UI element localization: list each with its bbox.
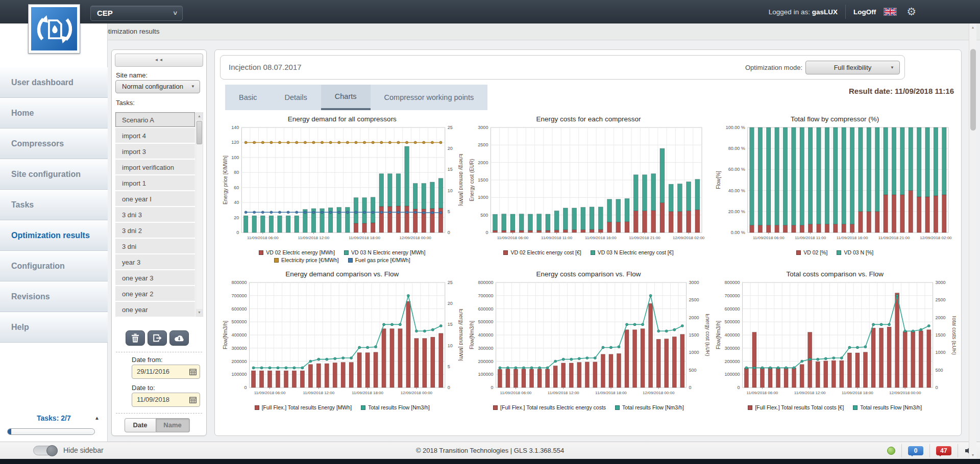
app-select[interactable]: CEP ˅ (90, 6, 183, 21)
sort-by-date-button[interactable]: Date (125, 418, 156, 432)
svg-text:600000: 600000 (232, 306, 247, 312)
sidebar-item-compressors[interactable]: Compressors (0, 128, 108, 159)
chart-plot: 0.00 %20.00 %40.00 %60.00 %80.00 %100.00… (714, 123, 956, 248)
sidebar-item-user-dashboard[interactable]: User dashboard (0, 67, 108, 98)
task-item[interactable]: 3 dni 3 (115, 207, 195, 222)
task-item[interactable]: year 3 (115, 254, 195, 269)
topbar-right: Logged in as: gasLUX LogOff ⚙ (769, 0, 916, 23)
site-name-select[interactable]: Normal configuration ▼ (115, 80, 200, 93)
tab-compressor-working-points[interactable]: Compressor working points (371, 85, 488, 110)
svg-text:20: 20 (448, 146, 453, 151)
svg-text:Energy demand [MWh]: Energy demand [MWh] (458, 154, 463, 206)
tab-details[interactable]: Details (271, 85, 321, 110)
svg-text:200000: 200000 (724, 359, 740, 364)
cloud-save-button[interactable] (169, 330, 189, 346)
svg-text:2500: 2500 (689, 297, 699, 302)
task-item[interactable]: import 1 (115, 175, 195, 190)
sidebar-tasks-progress: Tasks: 2/7 ▲ (0, 413, 108, 425)
svg-text:11/09/2018 06:00: 11/09/2018 06:00 (247, 236, 279, 240)
task-item[interactable]: Scenario A (115, 112, 195, 127)
trash-icon (131, 333, 139, 343)
chevron-down-icon: ▼ (890, 61, 894, 74)
svg-text:1500: 1500 (478, 177, 488, 183)
svg-text:12/09/2018 02:00: 12/09/2018 02:00 (920, 236, 952, 240)
gear-icon[interactable]: ⚙ (906, 0, 916, 23)
svg-text:5: 5 (448, 364, 450, 369)
chart-card-6: Total costs comparison vs. Flow010000020… (714, 270, 956, 410)
scrollbar-thumb[interactable] (970, 49, 976, 131)
sidebar-item-home[interactable]: Home (0, 98, 108, 128)
sidebar-item-site-configuration[interactable]: Site configuration (0, 159, 108, 190)
scrollbar-thumb[interactable] (197, 121, 202, 144)
svg-text:600000: 600000 (724, 306, 740, 312)
task-item[interactable]: one year (115, 302, 195, 317)
sidebar-item-tasks[interactable]: Tasks (0, 190, 108, 220)
legend-swatch (591, 250, 595, 255)
svg-text:100.00 %: 100.00 % (725, 125, 745, 130)
svg-text:11/09/2018 21:00: 11/09/2018 21:00 (878, 236, 910, 240)
svg-text:2000: 2000 (935, 315, 945, 320)
top-bar: CEP ˅ Logged in as: gasLUX LogOff ⚙ (0, 0, 980, 23)
legend-swatch (274, 258, 279, 263)
delete-task-button[interactable] (126, 330, 145, 346)
calendar-icon[interactable] (189, 397, 197, 403)
svg-text:600000: 600000 (478, 306, 494, 312)
scroll-down-icon[interactable]: ▼ (196, 309, 203, 316)
date-to-input[interactable]: 11/09/2018 (132, 393, 200, 407)
export-task-button[interactable] (148, 330, 167, 346)
task-item[interactable]: import 4 (115, 128, 195, 143)
tab-bar: BasicDetailsChartsCompressor working poi… (225, 85, 487, 110)
legend-item: [Full Flex.] Total results Total costs [… (748, 404, 844, 410)
scroll-down-icon[interactable]: ▼ (969, 451, 976, 459)
task-item[interactable]: import 3 (115, 144, 195, 159)
svg-text:100000: 100000 (232, 372, 247, 377)
tasks-label: Tasks: (116, 99, 135, 107)
sidebar-item-help[interactable]: Help (0, 312, 108, 343)
svg-text:15: 15 (448, 322, 453, 327)
sidebar-item-configuration[interactable]: Configuration (0, 251, 108, 281)
alert-badge[interactable]: 47 (936, 446, 951, 455)
svg-text:40.00 %: 40.00 % (728, 188, 745, 193)
date-to-label: Date to: (132, 384, 155, 392)
collapse-panel-button[interactable]: ◄◄ (115, 54, 203, 67)
uk-flag-icon[interactable] (884, 8, 897, 16)
result-date: Result date: 11/09/2018 11:16 (849, 87, 954, 95)
task-item[interactable]: one year 2 (115, 286, 195, 301)
legend-swatch (348, 258, 353, 263)
tab-charts[interactable]: Charts (321, 85, 371, 110)
task-item[interactable]: one year I (115, 191, 195, 206)
page-scrollbar[interactable]: ▲ ▼ (969, 23, 976, 459)
scroll-up-icon[interactable]: ▲ (969, 23, 976, 31)
legend-item: Total results Flow [Nm3/h] (853, 404, 922, 410)
tab-basic[interactable]: Basic (225, 85, 271, 110)
optimization-mode-select[interactable]: Full flexibility ▼ (805, 61, 900, 74)
task-item[interactable]: 3 dni (115, 239, 195, 253)
svg-text:2500: 2500 (478, 142, 488, 147)
date-from-input[interactable]: 29/11/2016 (132, 365, 200, 379)
svg-text:2000: 2000 (478, 160, 488, 165)
task-item[interactable]: one year 3 (115, 270, 195, 285)
chart-plot: 0100000200000300000400000500000600000700… (221, 278, 463, 403)
sort-by-name-button[interactable]: Name (156, 418, 190, 432)
legend-swatch (748, 405, 752, 410)
task-item[interactable]: 3 dni 2 (115, 223, 195, 238)
calendar-icon[interactable] (189, 369, 197, 375)
svg-text:20: 20 (234, 215, 239, 220)
task-item[interactable]: import verification (115, 160, 195, 174)
sidebar-item-revisions[interactable]: Revisions (0, 281, 108, 312)
collapse-up-icon[interactable]: ▲ (94, 415, 100, 421)
chart-title: Total flow by compressor (%) (791, 115, 879, 123)
sidebar-item-optimization-results[interactable]: Optimization results (0, 220, 108, 251)
svg-text:Energy price [€/MWh]: Energy price [€/MWh] (223, 156, 228, 204)
legend-item: Total results Flow [Nm3/h] (361, 404, 430, 410)
divider (901, 444, 902, 457)
svg-text:11/09/2018 12:00: 11/09/2018 12:00 (298, 236, 330, 240)
info-badge[interactable]: 0 (908, 446, 923, 455)
task-list-scrollbar[interactable]: ▲ ▼ (195, 112, 203, 317)
bottom-strip (0, 459, 980, 464)
copyright-text: © 2018 Transition Technologies | GLS 3.1… (0, 447, 980, 454)
logoff-button[interactable]: LogOff (853, 8, 876, 16)
username: gasLUX (812, 8, 838, 16)
result-title: Incjection 08.07.2017 (229, 56, 302, 79)
scroll-up-icon[interactable]: ▲ (196, 113, 203, 120)
